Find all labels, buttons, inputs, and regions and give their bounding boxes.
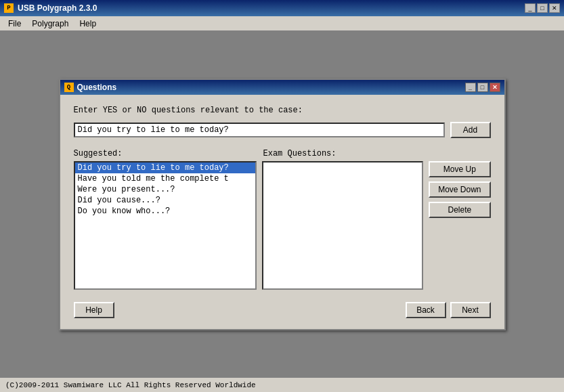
section-labels: Suggested: Exam Questions: bbox=[74, 149, 491, 158]
menu-polygraph[interactable]: Polygraph bbox=[26, 18, 74, 30]
status-text: (C)2009-2011 Swamiware LLC All Rights Re… bbox=[5, 381, 256, 389]
back-button[interactable]: Back bbox=[406, 302, 446, 318]
dialog-window: Q Questions _ □ ✕ Enter YES or NO questi… bbox=[59, 79, 506, 330]
dialog-body: Enter YES or NO questions relevant to th… bbox=[60, 95, 504, 329]
exam-list[interactable] bbox=[262, 161, 424, 290]
title-bar: P USB Polygraph 2.3.0 _ □ ✕ bbox=[0, 0, 564, 16]
dialog-minimize-button[interactable]: _ bbox=[465, 83, 476, 92]
list-item[interactable]: Did you try to lie to me today? bbox=[75, 162, 255, 173]
lists-area: Did you try to lie to me today? Have you… bbox=[74, 161, 491, 290]
title-controls: _ □ ✕ bbox=[525, 3, 560, 13]
minimize-button[interactable]: _ bbox=[525, 3, 536, 13]
menu-file[interactable]: File bbox=[3, 18, 26, 30]
list-item[interactable]: Were you present...? bbox=[75, 184, 255, 195]
action-buttons: Move Up Move Down Delete bbox=[429, 161, 490, 218]
main-window: P USB Polygraph 2.3.0 _ □ ✕ File Polygra… bbox=[0, 0, 564, 392]
list-item[interactable]: Did you cause...? bbox=[75, 195, 255, 206]
move-up-button[interactable]: Move Up bbox=[429, 161, 490, 177]
instruction-text: Enter YES or NO questions relevant to th… bbox=[74, 106, 491, 115]
close-button[interactable]: ✕ bbox=[549, 3, 560, 13]
bottom-right-buttons: Back Next bbox=[406, 302, 491, 318]
next-button[interactable]: Next bbox=[450, 302, 491, 318]
list-item[interactable]: Have you told me the complete t bbox=[75, 173, 255, 184]
dialog-title-left: Q Questions bbox=[64, 83, 117, 92]
title-bar-left: P USB Polygraph 2.3.0 bbox=[4, 3, 97, 13]
move-down-button[interactable]: Move Down bbox=[429, 181, 490, 198]
dialog-controls: _ □ ✕ bbox=[465, 83, 500, 92]
dialog-title: Questions bbox=[77, 83, 117, 92]
question-input[interactable] bbox=[74, 123, 445, 137]
suggested-list[interactable]: Did you try to lie to me today? Have you… bbox=[74, 161, 257, 290]
status-bar: (C)2009-2011 Swamiware LLC All Rights Re… bbox=[0, 377, 564, 392]
exam-label: Exam Questions: bbox=[263, 149, 491, 158]
help-button[interactable]: Help bbox=[74, 302, 114, 318]
suggested-label: Suggested: bbox=[74, 149, 257, 158]
app-title: USB Polygraph 2.3.0 bbox=[18, 3, 97, 13]
dialog-title-bar: Q Questions _ □ ✕ bbox=[60, 80, 504, 95]
delete-button[interactable]: Delete bbox=[429, 202, 490, 218]
list-item[interactable]: Do you know who...? bbox=[75, 206, 255, 217]
input-row: Add bbox=[74, 122, 491, 138]
menu-help[interactable]: Help bbox=[74, 18, 102, 30]
dialog-maximize-button[interactable]: □ bbox=[477, 83, 488, 92]
menu-bar: File Polygraph Help bbox=[0, 16, 564, 31]
dialog-close-button[interactable]: ✕ bbox=[490, 83, 500, 92]
maximize-button[interactable]: □ bbox=[537, 3, 548, 13]
dialog-icon: Q bbox=[64, 83, 74, 92]
content-area: Q Questions _ □ ✕ Enter YES or NO questi… bbox=[0, 31, 564, 377]
bottom-row: Help Back Next bbox=[74, 299, 491, 318]
app-icon: P bbox=[4, 3, 14, 13]
add-button[interactable]: Add bbox=[450, 122, 491, 138]
